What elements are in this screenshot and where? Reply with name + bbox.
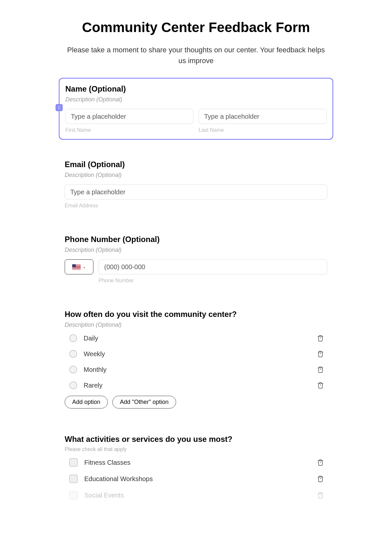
email-placeholder-input[interactable]: [65, 184, 327, 200]
add-other-option-button[interactable]: Add "Other" option: [112, 396, 176, 408]
last-name-placeholder-input[interactable]: [199, 109, 327, 124]
checkbox-option-row: Social Events: [69, 491, 327, 499]
phone-sublabel: Phone Number: [99, 278, 327, 284]
drag-handle-icon[interactable]: [56, 104, 63, 111]
checkbox-option-row: Fitness Classes: [69, 458, 327, 467]
first-name-sublabel: First Name: [65, 127, 193, 133]
visit-block-label[interactable]: How often do you visit the community cen…: [65, 310, 327, 319]
name-block-description[interactable]: Description (Optional): [65, 96, 327, 103]
add-option-button[interactable]: Add option: [65, 396, 108, 408]
radio-option-label[interactable]: Daily: [84, 335, 317, 342]
name-block-label[interactable]: Name (Optional): [65, 84, 327, 94]
form-title: Community Center Feedback Form: [59, 20, 333, 35]
first-name-placeholder-input[interactable]: [65, 109, 193, 124]
last-name-sublabel: Last Name: [199, 127, 327, 133]
phone-block[interactable]: Phone Number (Optional) Description (Opt…: [59, 229, 333, 289]
trash-icon[interactable]: [317, 335, 324, 342]
country-code-select[interactable]: ⌄: [65, 259, 93, 274]
email-block-label[interactable]: Email (Optional): [65, 160, 327, 169]
checkbox-icon[interactable]: [69, 491, 78, 499]
trash-icon[interactable]: [317, 459, 324, 466]
activities-block[interactable]: What activities or services do you use m…: [59, 429, 333, 512]
visit-block-description[interactable]: Description (Optional): [65, 321, 327, 328]
trash-icon[interactable]: [317, 350, 324, 357]
us-flag-icon: [72, 264, 81, 270]
phone-block-label[interactable]: Phone Number (Optional): [65, 235, 327, 244]
email-sublabel: Email Address: [65, 203, 327, 209]
chevron-down-icon: ⌄: [83, 265, 86, 269]
radio-icon[interactable]: [69, 366, 77, 374]
visit-frequency-block[interactable]: How often do you visit the community cen…: [59, 304, 333, 414]
checkbox-option-label[interactable]: Educational Workshops: [84, 475, 317, 483]
trash-icon[interactable]: [317, 382, 324, 389]
checkbox-icon[interactable]: [69, 458, 78, 467]
trash-icon[interactable]: [317, 475, 324, 482]
form-subtitle: Please take a moment to share your thoug…: [59, 44, 333, 66]
radio-option-row: Monthly: [69, 366, 327, 374]
radio-option-label[interactable]: Weekly: [84, 350, 317, 358]
email-block-description[interactable]: Description (Optional): [65, 172, 327, 179]
radio-option-row: Daily: [69, 334, 327, 342]
trash-icon[interactable]: [317, 492, 324, 499]
trash-icon[interactable]: [317, 366, 324, 373]
checkbox-option-label[interactable]: Social Events: [84, 492, 317, 499]
radio-option-row: Weekly: [69, 350, 327, 358]
email-block[interactable]: Email (Optional) Description (Optional) …: [59, 154, 333, 215]
radio-option-label[interactable]: Rarely: [84, 382, 317, 389]
radio-icon[interactable]: [69, 381, 77, 389]
radio-icon[interactable]: [69, 334, 77, 342]
checkbox-icon[interactable]: [69, 475, 78, 483]
checkbox-option-label[interactable]: Fitness Classes: [84, 459, 317, 466]
phone-input[interactable]: [99, 259, 327, 274]
name-block[interactable]: Name (Optional) Description (Optional) F…: [59, 78, 333, 140]
radio-option-label[interactable]: Monthly: [84, 366, 317, 374]
activities-block-description[interactable]: Please check all that apply: [65, 446, 327, 452]
radio-option-row: Rarely: [69, 381, 327, 389]
phone-block-description[interactable]: Description (Optional): [65, 247, 327, 253]
radio-icon[interactable]: [69, 350, 77, 358]
checkbox-option-row: Educational Workshops: [69, 475, 327, 483]
activities-block-label[interactable]: What activities or services do you use m…: [65, 435, 327, 444]
